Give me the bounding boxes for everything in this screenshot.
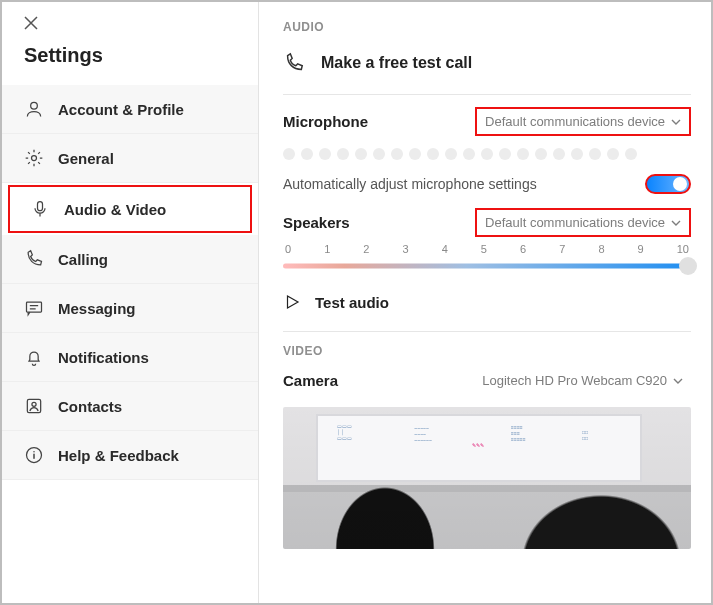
sidebar-item-account-profile[interactable]: Account & Profile <box>2 85 258 134</box>
camera-dropdown[interactable]: Logitech HD Pro Webcam C920 <box>474 368 691 393</box>
sidebar-item-label: Messaging <box>58 300 136 317</box>
whiteboard-graphic: ▭▭▭│ │▭▭▭ ~~~~~~~~~~~~~~~ ✎✎✎ ≡≡≡≡≡≡≡≡≡≡… <box>316 414 642 482</box>
slider-track <box>283 264 691 269</box>
svg-point-5 <box>32 402 36 406</box>
video-section: VIDEO Camera Logitech HD Pro Webcam C920… <box>283 344 691 549</box>
play-icon <box>283 293 301 311</box>
sidebar-nav: Account & Profile General Audio & Video … <box>2 85 258 480</box>
sidebar-item-label: Contacts <box>58 398 122 415</box>
close-icon[interactable] <box>24 16 38 30</box>
svg-point-1 <box>32 156 37 161</box>
phone-outline-icon <box>283 52 305 74</box>
microphone-dropdown[interactable]: Default communications device <box>475 107 691 136</box>
toggle-knob <box>673 177 687 191</box>
speakers-row: Speakers Default communications device <box>283 208 691 237</box>
person-icon <box>24 99 44 119</box>
microphone-label: Microphone <box>283 113 368 130</box>
chevron-down-icon <box>671 117 681 127</box>
sidebar-item-calling[interactable]: Calling <box>2 235 258 284</box>
speaker-volume-slider-wrap: 012345678910 <box>283 243 691 273</box>
chevron-down-icon <box>673 376 683 386</box>
make-test-call-button[interactable]: Make a free test call <box>283 44 691 82</box>
sidebar-item-label: Calling <box>58 251 108 268</box>
sidebar-item-label: Notifications <box>58 349 149 366</box>
gear-icon <box>24 148 44 168</box>
sidebar-item-label: Audio & Video <box>64 201 166 218</box>
microphone-level-dots <box>283 148 691 160</box>
camera-preview: ▭▭▭│ │▭▭▭ ~~~~~~~~~~~~~~~ ✎✎✎ ≡≡≡≡≡≡≡≡≡≡… <box>283 407 691 549</box>
sidebar: Settings Account & Profile General Audio… <box>2 2 259 603</box>
auto-adjust-toggle[interactable] <box>645 174 691 194</box>
slider-thumb[interactable] <box>679 257 697 275</box>
test-call-label: Make a free test call <box>321 54 472 72</box>
microphone-icon <box>30 199 50 219</box>
camera-row: Camera Logitech HD Pro Webcam C920 <box>283 368 691 393</box>
audio-section-label: AUDIO <box>283 20 691 34</box>
speaker-volume-slider[interactable] <box>283 259 691 273</box>
page-title: Settings <box>2 44 258 85</box>
phone-icon <box>24 249 44 269</box>
test-audio-button[interactable]: Test audio <box>283 293 691 311</box>
info-icon <box>24 445 44 465</box>
sidebar-item-general[interactable]: General <box>2 134 258 183</box>
settings-dialog: Settings Account & Profile General Audio… <box>0 0 713 605</box>
sidebar-item-contacts[interactable]: Contacts <box>2 382 258 431</box>
video-section-label: VIDEO <box>283 344 691 358</box>
sidebar-item-label: General <box>58 150 114 167</box>
sidebar-item-audio-video[interactable]: Audio & Video <box>8 185 252 233</box>
sidebar-item-messaging[interactable]: Messaging <box>2 284 258 333</box>
sidebar-item-label: Help & Feedback <box>58 447 179 464</box>
svg-rect-3 <box>27 302 42 312</box>
divider <box>283 94 691 95</box>
test-audio-label: Test audio <box>315 294 389 311</box>
camera-selected: Logitech HD Pro Webcam C920 <box>482 373 667 388</box>
speaker-volume-ticks: 012345678910 <box>283 243 691 255</box>
contacts-icon <box>24 396 44 416</box>
bell-icon <box>24 347 44 367</box>
sidebar-item-notifications[interactable]: Notifications <box>2 333 258 382</box>
settings-panel-audio-video: AUDIO Make a free test call Microphone D… <box>259 2 711 603</box>
auto-adjust-label: Automatically adjust microphone settings <box>283 176 537 192</box>
message-icon <box>24 298 44 318</box>
speakers-dropdown[interactable]: Default communications device <box>475 208 691 237</box>
sidebar-item-help-feedback[interactable]: Help & Feedback <box>2 431 258 480</box>
microphone-row: Microphone Default communications device <box>283 107 691 136</box>
sidebar-item-label: Account & Profile <box>58 101 184 118</box>
speakers-selected: Default communications device <box>485 215 665 230</box>
svg-rect-2 <box>38 202 43 211</box>
chevron-down-icon <box>671 218 681 228</box>
svg-point-0 <box>31 102 38 109</box>
microphone-selected: Default communications device <box>485 114 665 129</box>
divider <box>283 331 691 332</box>
camera-label: Camera <box>283 372 338 389</box>
speakers-label: Speakers <box>283 214 350 231</box>
auto-adjust-row: Automatically adjust microphone settings <box>283 174 691 194</box>
